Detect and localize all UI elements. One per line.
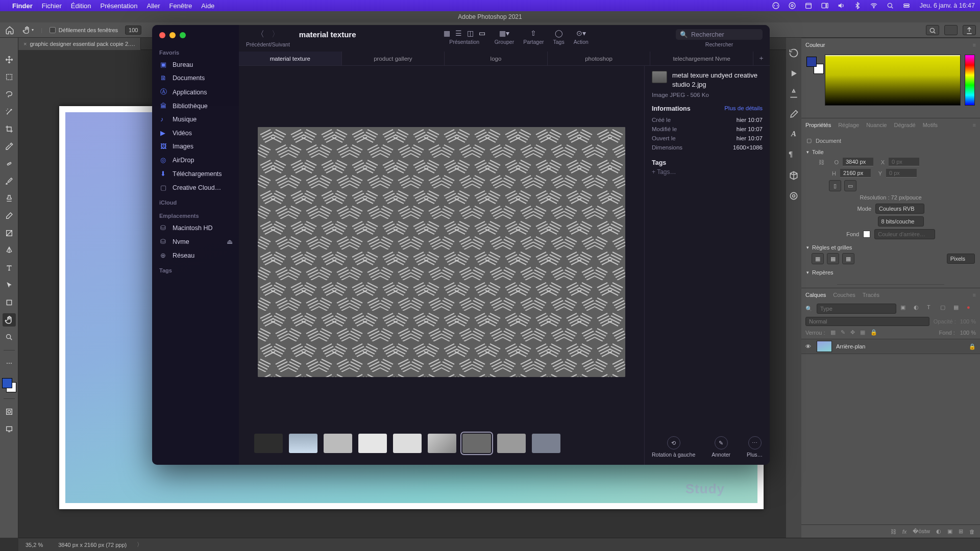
home-icon[interactable] xyxy=(4,24,15,36)
path-tab-2[interactable]: logo xyxy=(445,52,548,65)
properties-tab[interactable]: Propriétés xyxy=(805,122,831,128)
sidebar-item-creativecloud[interactable]: ▢Creative Cloud… xyxy=(157,182,239,193)
nav-forward-button[interactable]: 〉 xyxy=(272,29,280,40)
zoom-value-field[interactable]: 100 xyxy=(125,26,141,35)
eraser-tool[interactable] xyxy=(3,209,16,222)
panel-menu-icon[interactable]: ≡ xyxy=(973,122,976,128)
quicklook-preview[interactable] xyxy=(251,76,632,428)
close-tab-icon[interactable]: × xyxy=(23,41,27,47)
action-rotate-left[interactable]: ⟲Rotation à gauche xyxy=(652,436,695,458)
thumb-0[interactable] xyxy=(254,434,283,453)
add-tags-button[interactable]: + Tags… xyxy=(652,168,763,176)
paths-tab[interactable]: Tracés xyxy=(863,292,879,298)
zoom-tool[interactable] xyxy=(3,331,16,344)
thumb-2[interactable] xyxy=(324,434,352,453)
path-select-tool[interactable] xyxy=(3,279,16,292)
filter-smart-icon[interactable]: ▦ xyxy=(953,304,963,313)
sidebar-item-macintoshhd[interactable]: ⛁Macintosh HD xyxy=(157,222,239,234)
layer-row-background[interactable]: 👁 Arrière-plan 🔒 xyxy=(801,339,980,354)
ruler-btn-2[interactable]: ▦ xyxy=(827,253,839,264)
path-tab-1[interactable]: product gallery xyxy=(342,52,445,65)
crop-tool[interactable] xyxy=(3,122,16,136)
sidebar-item-bibliotheque[interactable]: 🏛Bibliothèque xyxy=(157,101,239,112)
shape-tool[interactable] xyxy=(3,296,16,309)
wand-tool[interactable] xyxy=(3,105,16,118)
view-icons-button[interactable]: ▦ xyxy=(444,29,450,37)
dock-history-icon[interactable] xyxy=(789,48,799,58)
scroll-windows-checkbox[interactable]: Défilement des fenêtres xyxy=(50,27,118,33)
link-layers-icon[interactable]: ⛓ xyxy=(891,529,896,535)
thumb-7[interactable] xyxy=(497,434,526,453)
action-more[interactable]: ⋯Plus… xyxy=(747,436,763,458)
dock-char-icon[interactable]: A xyxy=(789,130,799,140)
layers-tab[interactable]: Calques xyxy=(805,292,826,298)
screenmode-tool[interactable] xyxy=(3,422,16,436)
more-details-link[interactable]: Plus de détails xyxy=(724,105,763,112)
hand-tool[interactable] xyxy=(3,313,16,327)
color-picker[interactable] xyxy=(825,55,961,106)
blend-mode-select[interactable]: Normal xyxy=(805,317,929,326)
orient-portrait-button[interactable]: ▯ xyxy=(829,180,841,191)
fond-select[interactable]: Couleur d'arrière… xyxy=(874,229,935,239)
lock-pos-icon[interactable]: ✥ xyxy=(850,329,855,336)
lasso-tool[interactable] xyxy=(3,88,16,101)
document-tab[interactable]: × graphic designer essential pack copie … xyxy=(18,38,141,50)
marquee-tool[interactable] xyxy=(3,70,16,84)
sidebar-item-images[interactable]: 🖼Images xyxy=(157,141,239,152)
action-annotate[interactable]: ✎Annoter xyxy=(712,436,730,458)
thumb-5[interactable] xyxy=(428,434,456,453)
tags-button[interactable]: ◯ xyxy=(555,29,563,37)
lock-all-icon[interactable]: 🔒 xyxy=(870,329,877,336)
view-gallery-button[interactable]: ▭ xyxy=(479,29,485,37)
pen-tool[interactable] xyxy=(3,244,16,257)
section-reperes[interactable]: ▾Repères xyxy=(806,269,975,276)
gradient-tool[interactable] xyxy=(3,227,16,240)
thumb-8[interactable] xyxy=(532,434,560,453)
group-icon[interactable]: ▣ xyxy=(947,528,952,535)
layer-lock-icon[interactable]: 🔒 xyxy=(969,343,976,350)
color-mini-swatch[interactable] xyxy=(806,57,821,71)
hand-tool-indicator-icon[interactable]: ▾ xyxy=(22,24,34,36)
sidebar-item-nvme[interactable]: ⛁Nvme⏏ xyxy=(157,236,239,247)
edit-toolbar[interactable]: ⋯ xyxy=(3,357,16,370)
sidebar-item-airdrop[interactable]: ◎AirDrop xyxy=(157,154,239,166)
channels-tab[interactable]: Couches xyxy=(833,292,855,298)
status-wifi-icon[interactable] xyxy=(870,2,878,10)
menubar-item-aide[interactable]: Aide xyxy=(201,2,214,10)
ruler-btn-1[interactable]: ▦ xyxy=(812,253,824,264)
menubar-item-fenetre[interactable]: Fenêtre xyxy=(169,2,192,10)
color-panel-tab[interactable]: Couleur xyxy=(805,42,825,48)
mask-icon[interactable]: �östw xyxy=(913,528,930,535)
dock-para-icon[interactable]: ¶ xyxy=(789,150,799,160)
status-calendar-icon[interactable] xyxy=(804,2,813,10)
swatches-tab[interactable]: Nuancie xyxy=(866,122,887,128)
section-regles[interactable]: ▾Règles et grilles xyxy=(806,244,975,251)
dock-3d-icon[interactable] xyxy=(789,170,799,181)
sidebar-item-bureau[interactable]: ▣Bureau xyxy=(157,59,239,70)
status-chevron-icon[interactable]: 〉 xyxy=(137,541,142,548)
share-button[interactable]: ⇧ xyxy=(530,29,536,37)
menubar-item-aller[interactable]: Aller xyxy=(147,2,160,10)
units-select[interactable]: Pixels xyxy=(947,254,975,264)
brush-tool[interactable] xyxy=(3,174,16,188)
heal-tool[interactable] xyxy=(3,157,16,170)
status-stage-icon[interactable] xyxy=(821,2,829,10)
action-button[interactable]: ⊙▾ xyxy=(576,29,586,37)
sidebar-item-videos[interactable]: ▶Vidéos xyxy=(157,127,239,139)
status-bluetooth-icon[interactable] xyxy=(853,2,862,10)
bits-select[interactable]: 8 bits/couche xyxy=(878,216,924,227)
lock-nest-icon[interactable]: ▦ xyxy=(860,329,865,336)
lock-paint-icon[interactable]: ✎ xyxy=(841,329,845,336)
lock-trans-icon[interactable]: ▩ xyxy=(830,329,836,336)
path-tab-4[interactable]: telechargement Nvme xyxy=(650,52,753,65)
menubar-item-fichier[interactable]: Fichier xyxy=(42,2,62,10)
thumb-1[interactable] xyxy=(289,434,317,453)
nav-back-button[interactable]: 〈 xyxy=(256,29,264,40)
link-wh-icon[interactable]: ⛓ xyxy=(819,159,824,165)
status-control-center-icon[interactable] xyxy=(902,2,911,10)
status-spotlight-icon[interactable] xyxy=(886,2,894,10)
path-tab-0[interactable]: material texture xyxy=(239,52,342,65)
menubar-item-presentation[interactable]: Présentation xyxy=(101,2,138,10)
status-clock[interactable]: Jeu. 6 janv. à 16:47 xyxy=(920,2,975,9)
eyedropper-tool[interactable] xyxy=(3,140,16,153)
